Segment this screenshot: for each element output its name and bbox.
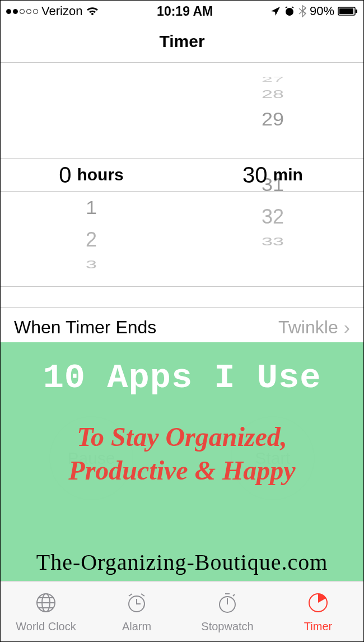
location-icon	[270, 6, 281, 16]
when-timer-ends-value: Twinkle	[278, 317, 338, 338]
wifi-icon	[86, 6, 99, 16]
picker-option[interactable]: 33	[182, 236, 363, 246]
picker-option[interactable]: 29	[182, 105, 363, 133]
tab-stopwatch[interactable]: Stopwatch	[182, 581, 273, 641]
battery-icon	[338, 6, 358, 16]
status-bar: Verizon 10:19 AM 90%	[1, 1, 363, 22]
when-timer-ends-label: When Timer Ends	[14, 317, 156, 338]
timer-icon	[306, 590, 330, 618]
tab-label: Stopwatch	[201, 620, 253, 633]
bluetooth-icon	[298, 5, 306, 17]
battery-percent: 90%	[310, 4, 334, 18]
stopwatch-icon	[215, 590, 240, 618]
picker-selected-band: 0 hours 30 min	[1, 158, 363, 192]
overlay-subtitle: To Stay Organized, Productive & Happy	[14, 420, 350, 487]
globe-icon	[34, 590, 58, 618]
svg-rect-3	[356, 10, 357, 13]
tab-bar: World Clock Alarm Stopwatch Timer	[1, 581, 363, 641]
svg-point-0	[286, 8, 293, 16]
tab-world-clock[interactable]: World Clock	[1, 581, 91, 641]
tab-label: Alarm	[122, 620, 151, 633]
svg-rect-2	[339, 8, 353, 14]
picker-option[interactable]: 28	[182, 89, 363, 99]
carrier-label: Verizon	[41, 4, 82, 18]
alarm-icon	[124, 590, 149, 618]
page-title: Timer	[1, 22, 363, 63]
picker-option[interactable]: 27	[182, 78, 363, 82]
chevron-right-icon: ›	[344, 317, 350, 338]
picker-option[interactable]: 32	[182, 201, 363, 232]
overlay-title: 10 Apps I Use	[43, 358, 321, 398]
picker-option[interactable]: 3	[1, 259, 182, 269]
status-time: 10:19 AM	[157, 4, 213, 19]
hours-value: 0	[59, 162, 71, 188]
minutes-value: 30	[242, 162, 268, 188]
minutes-unit: min	[273, 165, 303, 184]
tab-label: World Clock	[16, 620, 76, 633]
tab-timer[interactable]: Timer	[273, 581, 363, 641]
status-right: 90%	[270, 4, 358, 18]
picker-option[interactable]: 2	[1, 224, 182, 255]
promo-overlay: 10 Apps I Use To Stay Organized, Product…	[1, 342, 363, 581]
overlay-link: The-Organizing-Boutique.com	[36, 549, 328, 575]
hours-unit: hours	[77, 165, 123, 184]
when-timer-ends-row[interactable]: When Timer Ends Twinkle ›	[1, 307, 363, 347]
tab-alarm[interactable]: Alarm	[91, 581, 182, 641]
tab-label: Timer	[304, 620, 332, 633]
status-left: Verizon	[6, 4, 99, 18]
time-picker[interactable]: 1 2 3 27 28 29 31 32 33 0 hours 30 min	[1, 63, 363, 287]
alarm-clock-icon	[284, 6, 295, 17]
signal-strength-icon	[6, 9, 38, 14]
picker-option[interactable]: 1	[1, 193, 182, 222]
